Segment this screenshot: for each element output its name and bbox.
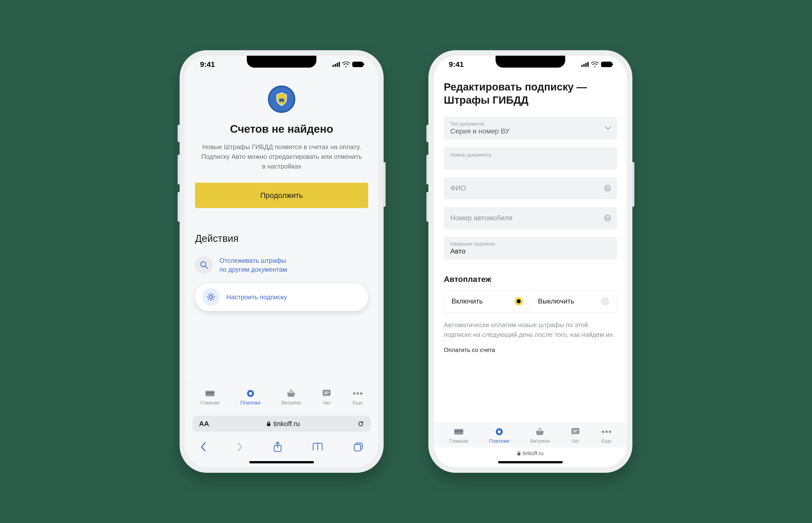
actions-heading: Действия bbox=[185, 208, 378, 252]
action-configure-label: Настроить подписку bbox=[226, 292, 287, 302]
app-badge-icon bbox=[268, 86, 295, 113]
svg-rect-0 bbox=[279, 99, 284, 101]
doc-type-select[interactable]: Тип документа Серия и номер ВУ bbox=[444, 116, 617, 140]
basket-icon bbox=[535, 427, 545, 437]
text-size-button[interactable]: AA bbox=[199, 420, 209, 428]
autopay-enable-option[interactable]: Включить bbox=[444, 290, 530, 312]
tabs-icon[interactable] bbox=[353, 442, 363, 452]
autopay-disable-option[interactable]: Выключить bbox=[530, 290, 617, 312]
svg-rect-20 bbox=[354, 445, 361, 451]
svg-point-15 bbox=[360, 392, 362, 395]
svg-point-13 bbox=[353, 392, 356, 395]
svg-point-2 bbox=[282, 101, 284, 103]
reload-icon[interactable] bbox=[357, 420, 364, 427]
url-field[interactable]: AA tinkoff.ru bbox=[193, 416, 371, 432]
share-icon[interactable] bbox=[273, 441, 282, 452]
hero-title: Счетов не найдено bbox=[195, 123, 368, 135]
tab-chat[interactable]: Чат bbox=[570, 427, 581, 444]
battery-icon bbox=[601, 62, 612, 67]
svg-rect-12 bbox=[324, 393, 328, 394]
safari-mini-url[interactable]: tinkoff.ru bbox=[434, 448, 627, 458]
tab-chat[interactable]: Чат bbox=[322, 389, 332, 406]
back-icon[interactable] bbox=[200, 442, 206, 452]
pay-from-label: Оплатить со счета bbox=[434, 342, 627, 354]
svg-rect-11 bbox=[324, 392, 329, 393]
gear-icon bbox=[202, 288, 220, 306]
url-domain: tinkoff.ru bbox=[273, 420, 300, 428]
subscription-name-field[interactable]: Название подписки Авто bbox=[444, 237, 617, 260]
svg-point-5 bbox=[209, 295, 212, 299]
tab-more[interactable]: Еще bbox=[601, 427, 611, 444]
action-track-label: Отслеживать штрафы по другим документам bbox=[220, 256, 287, 274]
home-indicator[interactable] bbox=[498, 461, 563, 463]
tab-showcase[interactable]: Витрина bbox=[281, 389, 301, 406]
svg-point-14 bbox=[357, 392, 359, 395]
svg-point-30 bbox=[609, 431, 611, 433]
autopay-toggle: Включить Выключить bbox=[444, 290, 617, 313]
tab-more[interactable]: Еще bbox=[352, 389, 363, 406]
svg-rect-31 bbox=[517, 453, 520, 455]
chat-icon bbox=[570, 427, 581, 437]
car-number-field[interactable]: Номер автомобиля ? bbox=[444, 207, 617, 229]
target-icon bbox=[245, 389, 256, 398]
card-icon bbox=[205, 389, 215, 398]
tab-showcase[interactable]: Витрина bbox=[530, 427, 550, 444]
wifi-icon bbox=[591, 62, 599, 67]
continue-button[interactable]: Продолжить bbox=[195, 183, 368, 208]
svg-rect-10 bbox=[323, 390, 331, 396]
svg-line-4 bbox=[205, 266, 207, 268]
radio-on-icon bbox=[515, 297, 523, 306]
svg-point-1 bbox=[279, 101, 281, 103]
lock-icon bbox=[517, 451, 521, 456]
dots-icon bbox=[602, 427, 611, 437]
bookmarks-icon[interactable] bbox=[312, 442, 323, 452]
svg-rect-16 bbox=[267, 423, 271, 426]
doc-number-field[interactable]: Номер документа bbox=[444, 147, 617, 169]
action-track-fines[interactable]: Отслеживать штрафы по другим документам bbox=[185, 252, 378, 279]
home-indicator[interactable] bbox=[249, 461, 314, 463]
tab-home[interactable]: Главная bbox=[449, 427, 468, 444]
status-time: 9:41 bbox=[200, 60, 215, 69]
status-time: 9:41 bbox=[449, 60, 464, 69]
svg-point-24 bbox=[498, 430, 501, 433]
autopay-note: Автоматически оплатим новые штрафы по эт… bbox=[434, 313, 627, 342]
basket-icon bbox=[286, 389, 296, 398]
tab-payments[interactable]: Платежи bbox=[489, 427, 509, 444]
action-configure-subscription[interactable]: Настроить подписку bbox=[195, 283, 368, 311]
svg-point-9 bbox=[249, 392, 252, 395]
tab-payments[interactable]: Платежи bbox=[240, 389, 260, 406]
page-title: Редактировать подписку — Штрафы ГИБДД bbox=[434, 73, 627, 116]
lock-icon bbox=[266, 421, 271, 427]
safari-toolbar bbox=[185, 436, 378, 458]
tab-home[interactable]: Главная bbox=[201, 389, 220, 406]
dots-icon bbox=[353, 389, 363, 398]
phone-left: 9:41 Счетов не найдено Новые Штрафы ГИБД… bbox=[179, 50, 384, 473]
svg-rect-7 bbox=[206, 392, 214, 394]
target-icon bbox=[494, 427, 504, 437]
hero-description: Новые Штрафы ГИБДД появятся в счетах на … bbox=[195, 142, 368, 171]
bottom-tabbar: Главная Платежи Витрина Чат Еще bbox=[185, 382, 378, 412]
phone-right: 9:41 Редактировать подписку — Штрафы ГИБ… bbox=[428, 50, 633, 473]
notch bbox=[247, 56, 316, 68]
svg-rect-25 bbox=[571, 428, 580, 434]
signal-icon bbox=[582, 62, 589, 67]
card-icon bbox=[454, 427, 464, 437]
notch bbox=[496, 56, 565, 68]
safari-address-bar: AA tinkoff.ru bbox=[185, 412, 378, 436]
chat-icon bbox=[322, 389, 332, 398]
search-icon bbox=[195, 256, 213, 274]
wifi-icon bbox=[342, 62, 350, 67]
help-icon[interactable]: ? bbox=[604, 185, 611, 192]
fio-field[interactable]: ФИО ? bbox=[444, 177, 617, 199]
radio-off-icon bbox=[601, 297, 609, 306]
svg-point-29 bbox=[605, 431, 608, 433]
chevron-down-icon bbox=[605, 127, 611, 130]
svg-point-28 bbox=[602, 431, 604, 433]
battery-icon bbox=[352, 62, 363, 67]
svg-rect-22 bbox=[454, 431, 463, 432]
svg-rect-26 bbox=[573, 430, 578, 431]
forward-icon[interactable] bbox=[237, 442, 243, 452]
bottom-tabbar: Главная Платежи Витрина Чат Еще bbox=[434, 423, 627, 448]
help-icon[interactable]: ? bbox=[604, 215, 611, 221]
svg-rect-27 bbox=[573, 432, 576, 432]
